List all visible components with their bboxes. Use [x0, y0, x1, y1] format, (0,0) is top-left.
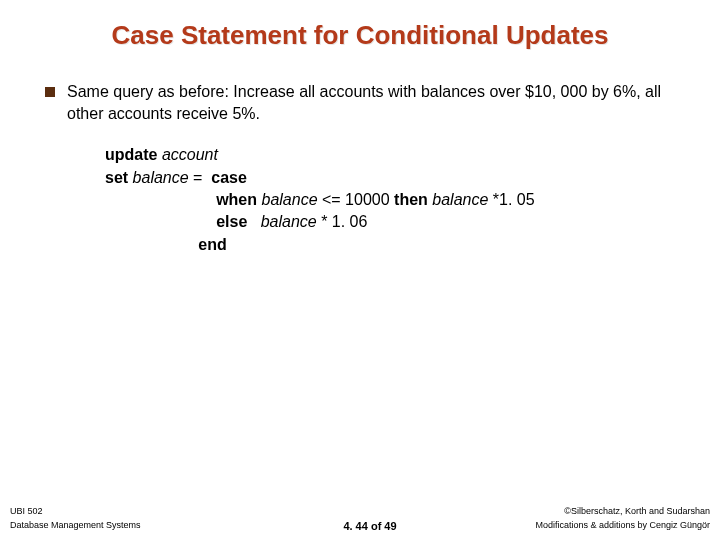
- code-line: else balance * 1. 06: [105, 211, 675, 233]
- code-line: update account: [105, 144, 675, 166]
- footer-page: 4. 44 of 49: [10, 520, 720, 532]
- footer-copyright: ©Silberschatz, Korth and Sudarshan: [564, 506, 710, 516]
- code-line: when balance <= 10000 then balance *1. 0…: [105, 189, 675, 211]
- bullet-item: Same query as before: Increase all accou…: [45, 81, 675, 124]
- code-line: end: [105, 234, 675, 256]
- code-block: update account set balance = case when b…: [105, 144, 675, 256]
- slide: Case Statement for Conditional Updates S…: [0, 0, 720, 540]
- slide-title: Case Statement for Conditional Updates: [0, 0, 720, 61]
- code-line: set balance = case: [105, 167, 675, 189]
- footer: UBI 502 ©Silberschatz, Korth and Sudarsh…: [0, 502, 720, 530]
- bullet-icon: [45, 87, 55, 97]
- bullet-text: Same query as before: Increase all accou…: [67, 81, 675, 124]
- footer-course-code: UBI 502: [10, 506, 43, 516]
- slide-body: Same query as before: Increase all accou…: [0, 61, 720, 256]
